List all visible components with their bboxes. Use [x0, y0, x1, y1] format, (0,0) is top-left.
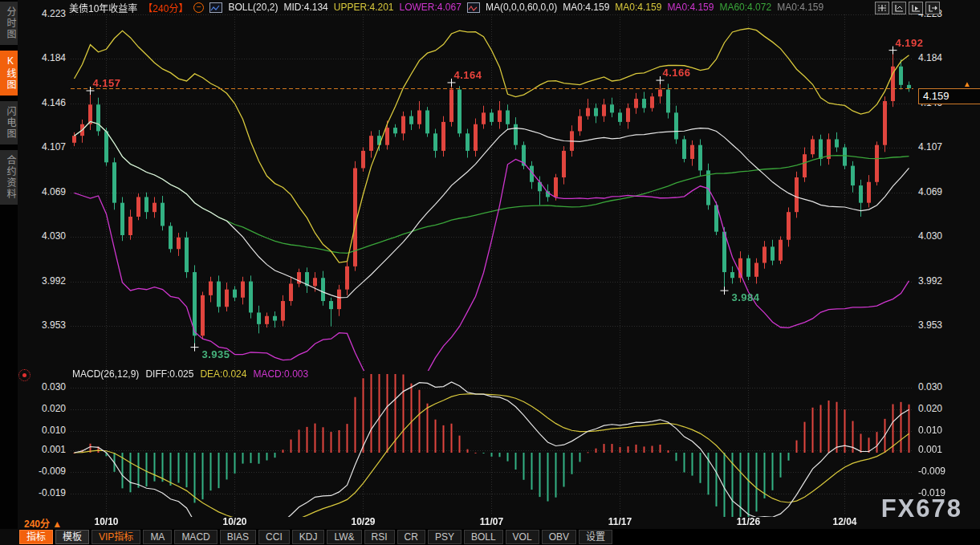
macd-axis-label-left: 0.001: [24, 444, 66, 455]
ma-chart-icon[interactable]: [467, 2, 480, 13]
toolbar-button-0[interactable]: 指标: [19, 530, 53, 544]
macd-axis-label-right: 0.030: [918, 381, 974, 392]
ma0-magenta-value: MA0:4.159: [667, 2, 714, 13]
toolbar-button-6[interactable]: CCI: [258, 530, 290, 544]
price-axis-label-right: 4.030: [918, 230, 974, 242]
chart-header: 美债10年收益率 【240分】 − BOLL(20,2) MID:4.134 U…: [69, 1, 823, 14]
toolbar-button-1[interactable]: 模板: [55, 530, 89, 544]
toolbar-button-14[interactable]: OBV: [542, 530, 576, 544]
boll-lower-value: LOWER:4.067: [400, 2, 462, 13]
toolbar-button-15[interactable]: 设置: [579, 530, 612, 544]
sidebar-tab-flash[interactable]: 闪电图: [0, 101, 18, 144]
macd-diff-value: DIFF:0.025: [145, 368, 193, 380]
move-icon[interactable]: [875, 2, 889, 14]
scale-left-icon[interactable]: [892, 2, 906, 14]
collapse-icon[interactable]: −: [193, 2, 204, 13]
date-axis-label: 10/20: [217, 516, 254, 527]
sidebar: 分时图 K线图 闪电图 合约资料: [0, 0, 18, 529]
macd-panel-icon[interactable]: [18, 369, 30, 381]
date-axis-label: 10/10: [88, 516, 125, 527]
boll-mid-value: MID:4.134: [283, 2, 327, 13]
candlestick-chart[interactable]: [71, 11, 913, 519]
macd-axis-label-left: 0.030: [24, 381, 66, 392]
macd-axis-label-right: 0.001: [918, 444, 974, 455]
scale-playback-icon[interactable]: [909, 2, 923, 14]
macd-axis-label-right: -0.009: [918, 466, 974, 477]
price-annotation-high: 4.157: [93, 77, 121, 89]
price-annotation-low: 3.984: [732, 291, 760, 303]
price-axis-label-right: 4.184: [918, 52, 974, 63]
macd-axis-label-right: 0.020: [918, 403, 974, 414]
current-price-badge: 4.159: [918, 88, 980, 104]
price-axis-label-right: 4.107: [918, 141, 974, 153]
sidebar-tab-kline[interactable]: K线图: [0, 51, 18, 96]
macd-label: MACD(26,12,9): [72, 368, 139, 380]
macd-axis-label-right: 0.010: [918, 425, 974, 436]
ma-label: MA(0,0,0,60,0,0): [486, 2, 557, 13]
date-axis-label: 11/07: [474, 516, 510, 527]
price-axis-label-left: 4.146: [24, 97, 66, 108]
ma0-gray-value: MA0:4.159: [777, 2, 823, 13]
toolbar-button-12[interactable]: BOLL: [464, 530, 503, 544]
toolbar-button-5[interactable]: BIAS: [220, 530, 256, 544]
macd-bar-value: MACD:0.003: [253, 368, 308, 380]
price-annotation-high: 4.192: [896, 37, 924, 49]
price-annotation-high: 4.164: [454, 69, 482, 81]
date-axis-label: 11/17: [602, 516, 639, 527]
macd-dea-value: DEA:0.024: [200, 368, 246, 380]
price-axis-label-left: 4.184: [24, 52, 66, 63]
price-axis-label-left: 3.992: [24, 275, 66, 287]
price-annotation-low: 3.935: [202, 348, 230, 360]
window-controls: [875, 2, 940, 14]
toolbar-button-3[interactable]: MA: [143, 530, 172, 544]
instrument-title: 美债10年收益率: [69, 1, 137, 14]
ma60-value: MA60:4.072: [719, 2, 771, 13]
price-axis-label-left: 4.107: [24, 141, 66, 153]
toolbar-button-13[interactable]: VOL: [506, 530, 539, 544]
price-axis-label-right: 4.069: [918, 186, 974, 197]
boll-chart-icon[interactable]: [209, 2, 222, 13]
date-axis-label: 10/29: [345, 516, 382, 527]
macd-header: MACD(26,12,9) DIFF:0.025 DEA:0.024 MACD:…: [72, 368, 308, 380]
price-axis-label-left: 4.030: [24, 230, 66, 242]
price-axis-label-left: 4.069: [24, 186, 66, 197]
sidebar-tab-contract-info[interactable]: 合约资料: [0, 150, 18, 205]
chart-app-window: 分时图 K线图 闪电图 合约资料 美债10年收益率 【240分】 − BOLL(…: [0, 0, 980, 545]
price-axis-label-right: 3.992: [918, 275, 974, 287]
macd-axis-label-right: -0.019: [918, 487, 974, 498]
ma0-white-value: MA0:4.159: [563, 2, 609, 13]
date-axis-label: 11/26: [730, 516, 767, 527]
date-axis-label: 12/04: [827, 516, 864, 527]
toolbar-button-10[interactable]: CR: [397, 530, 425, 544]
macd-axis-label-left: -0.019: [24, 487, 66, 498]
boll-label: BOLL(20,2): [228, 2, 278, 13]
price-annotation-high: 4.166: [663, 67, 691, 79]
price-axis-label-left: 4.223: [24, 8, 66, 19]
ma0-yellow-value: MA0:4.159: [615, 2, 661, 13]
toolbar-button-8[interactable]: LW&: [327, 530, 361, 544]
sidebar-tab-timeline[interactable]: 分时图: [0, 2, 18, 45]
footer-period-label[interactable]: 240分 ▲: [24, 516, 62, 530]
indicator-toolbar: 指标模板VIP指标MAMACDBIASCCIKDJLW&RSICRPSYBOLL…: [19, 529, 980, 545]
macd-axis-label-left: -0.009: [24, 466, 66, 477]
watermark: FX678: [881, 494, 962, 523]
toolbar-button-7[interactable]: KDJ: [292, 530, 325, 544]
toolbar-button-4[interactable]: MACD: [174, 530, 217, 544]
price-up-arrow-icon: ▲: [963, 79, 971, 88]
macd-axis-label-left: 0.020: [24, 403, 66, 414]
boll-upper-value: UPPER:4.201: [334, 2, 394, 13]
price-axis-label-left: 3.953: [24, 319, 66, 331]
toolbar-button-9[interactable]: RSI: [364, 530, 395, 544]
macd-axis-label-left: 0.010: [24, 425, 66, 436]
toolbar-button-11[interactable]: PSY: [428, 530, 462, 544]
price-axis-label-right: 3.953: [918, 319, 974, 331]
period-tag: 【240分】: [143, 1, 188, 14]
toolbar-button-2[interactable]: VIP指标: [91, 530, 140, 544]
exit-icon[interactable]: [925, 2, 940, 14]
